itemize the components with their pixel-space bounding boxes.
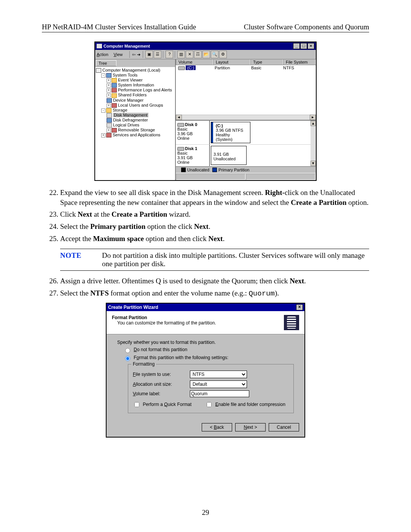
perf-icon [112, 88, 117, 93]
folder-icon [112, 93, 117, 98]
tree-logical-drives[interactable]: Logical Drives [96, 123, 174, 128]
disk-size: 3.96 GB [177, 131, 193, 136]
scroll-right-icon[interactable]: ▸ [310, 115, 316, 120]
partition-c[interactable]: (C:) 3.96 GB NTFS Healthy (System) [211, 122, 250, 143]
toolbar-button[interactable]: 🔍 [211, 51, 218, 58]
cancel-button[interactable]: Cancel [269, 423, 299, 431]
disk-row-0[interactable]: Disk 0 Basic 3.96 GB Online (C:) 3.96 GB… [176, 121, 316, 145]
tree-perf-logs[interactable]: +Performance Logs and Alerts [96, 88, 174, 93]
removable-icon [112, 128, 117, 133]
page-number: 29 [0, 508, 411, 517]
legend-primary: Primary Partition [218, 168, 249, 172]
volume-label-input[interactable] [190, 390, 249, 397]
wizard-title: Create Partition Wizard [108, 305, 158, 310]
monitor-icon [97, 44, 102, 48]
tree-removable[interactable]: +Removable Storage [96, 128, 174, 133]
folder-icon [112, 78, 117, 83]
legend-unallocated: Unallocated [187, 168, 209, 172]
col-filesystem[interactable]: File System [283, 59, 316, 65]
toolbar-button[interactable]: ✕ [186, 51, 193, 58]
disk-pane: Disk 0 Basic 3.96 GB Online (C:) 3.96 GB… [176, 120, 316, 173]
titlebar: Computer Management _□× [95, 42, 316, 50]
note-text: Do not partition a disk into multiple pa… [102, 251, 369, 268]
toolbar-button[interactable]: 📂 [202, 51, 210, 58]
part-status: Healthy (System) [216, 133, 233, 142]
volume-layout: Partition [212, 65, 249, 70]
col-layout[interactable]: Layout [213, 59, 250, 65]
scroll-left-icon[interactable]: ◂ [176, 115, 182, 120]
step-24: Select the Primary partition option the … [60, 222, 369, 232]
scroll-down-icon[interactable]: ▾ [311, 161, 316, 166]
step-22: Expand the view to see all disk space in… [60, 188, 369, 207]
tree-root[interactable]: Computer Management (Local) [96, 68, 174, 73]
users-icon [112, 103, 117, 108]
create-partition-wizard: Create Partition Wizard × Format Partiti… [106, 303, 305, 438]
allocation-unit-select[interactable]: Default [190, 380, 247, 388]
col-volume[interactable]: Volume [176, 59, 213, 65]
toolbar-button[interactable]: ▥ [177, 51, 185, 58]
disk-size: 3.91 GB [177, 155, 193, 160]
statusbar [176, 173, 316, 180]
tree-system-info[interactable]: +System Information [96, 83, 174, 88]
step-26: Assign a drive letter. Oftentimes Q is u… [60, 276, 369, 286]
menu-view[interactable]: View [114, 52, 123, 57]
label-file-system: File system to use: [133, 372, 190, 377]
next-button[interactable]: Next > [235, 423, 266, 431]
tree-storage[interactable]: -Storage [96, 108, 174, 113]
minimize-button[interactable]: _ [293, 43, 300, 49]
toolbar-button[interactable]: ⚙ [219, 51, 227, 58]
menu-action[interactable]: AActionction [97, 52, 108, 57]
part-title: (C:) [216, 123, 223, 128]
menubar: AActionction View ⇦ ➔ ▣ ☰ ? ▥ ✕ ☶ 📂 🔍 ⚙ [95, 50, 316, 59]
volume-name: (C:) [186, 66, 196, 70]
wizard-close-button[interactable]: × [296, 304, 303, 310]
partition-unallocated[interactable]: 3.91 GB Unallocated [211, 146, 247, 165]
disk-row-1[interactable]: Disk 1 Basic 3.91 GB Online 3.91 GB Unal… [176, 145, 316, 166]
horizontal-scrollbar[interactable]: ◂ ▸ [176, 115, 316, 120]
tree-shared-folders[interactable]: +Shared Folders [96, 93, 174, 97]
col-type[interactable]: Type [250, 59, 283, 65]
wizard-prompt: Specify whether you want to format this … [117, 340, 294, 345]
legend-swatch-unallocated [181, 168, 186, 172]
toolbar-button[interactable]: ? [166, 51, 173, 58]
scroll-up-icon[interactable]: ▴ [311, 121, 316, 126]
maximize-button[interactable]: □ [300, 43, 307, 49]
tree-event-viewer[interactable]: +Event Viewer [96, 78, 174, 83]
toolbar-button[interactable]: ☶ [194, 51, 202, 58]
toolbar-button[interactable]: ▣ [145, 51, 153, 58]
legend-swatch-primary [212, 168, 217, 172]
radio-format-with-settings[interactable]: Format this partition with the following… [123, 355, 228, 360]
note-block: NOTE Do not partition a disk into multip… [60, 249, 369, 271]
vertical-scrollbar[interactable]: ▴ ▾ [311, 121, 316, 166]
checkbox-quick-format[interactable]: Perform a Quick Format [133, 401, 191, 408]
tools-icon [106, 73, 112, 78]
step-27: Select the NTFS format option and enter … [60, 288, 369, 299]
toolbar-button[interactable]: ☰ [154, 51, 161, 58]
tree-defragmenter[interactable]: Disk Defragmenter [96, 118, 174, 123]
window-title: Computer Management [104, 44, 150, 48]
volume-list-header: Volume Layout Type File System [176, 59, 316, 65]
back-icon[interactable]: ⇦ [132, 52, 135, 57]
disk-status: Online [177, 136, 190, 141]
part-status: Unallocated [213, 157, 236, 161]
tree-disk-management[interactable]: Disk Management [96, 113, 174, 118]
tree-services-apps[interactable]: +Services and Applications [96, 133, 174, 137]
back-button[interactable]: < Back [202, 423, 232, 431]
formatting-group: Formatting File system to use: NTFS File… [128, 364, 294, 413]
radio-do-not-format[interactable]: Do not format this partition [123, 347, 187, 352]
header-right: Cluster Software Components and Quorum [244, 23, 369, 31]
file-system-select[interactable]: NTFS [190, 371, 247, 378]
tree-device-manager[interactable]: Device Manager [96, 98, 174, 103]
tree-tab[interactable]: Tree [96, 60, 116, 66]
tree-local-users[interactable]: +Local Users and Groups [96, 103, 174, 108]
forward-icon[interactable]: ➔ [137, 52, 140, 57]
disk-icon [107, 113, 112, 118]
device-icon [107, 98, 112, 103]
note-label: NOTE [60, 251, 102, 268]
close-button[interactable]: × [307, 43, 314, 49]
tree-system-tools[interactable]: -System Tools [96, 73, 174, 78]
volume-row[interactable]: (C:) Partition Basic NTFS [176, 65, 316, 70]
info-icon [112, 83, 117, 88]
checkbox-enable-compression[interactable]: Enable file and folder compression [205, 401, 285, 408]
wizard-header: Format Partition You can customize the f… [107, 311, 304, 334]
